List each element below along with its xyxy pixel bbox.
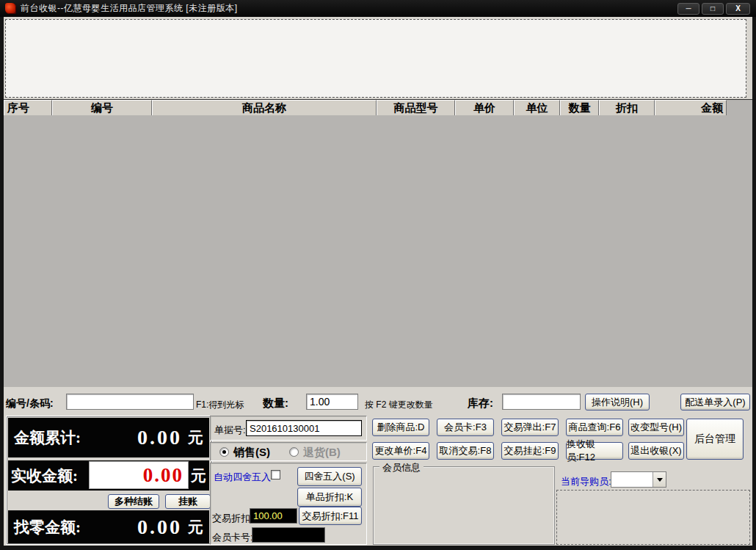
member-card-label: 会员卡号:	[212, 531, 253, 544]
delivery-entry-button[interactable]: 配送单录入(P)	[680, 394, 750, 410]
auto-round-checkbox[interactable]	[271, 470, 280, 480]
stock-label: 库存:	[468, 397, 493, 410]
change-display: 找零金额: 0.00 元	[8, 510, 209, 543]
minimize-button[interactable]: ─	[677, 3, 699, 15]
multi-settle-button[interactable]: 多种结账	[108, 494, 159, 509]
column-header-qty[interactable]: 数量	[560, 100, 599, 116]
switch-cashier-button[interactable]: 换收银员:F12	[566, 442, 623, 460]
close-button[interactable]: X	[726, 3, 750, 15]
help-button[interactable]: 操作说明(H)	[585, 394, 650, 410]
member-info-box: 会员信息	[373, 466, 555, 545]
trans-popout-button[interactable]: 交易弹出:F7	[501, 419, 559, 436]
column-header-disc[interactable]: 折扣	[599, 100, 655, 116]
main-content: 序号 编号 商品名称 商品型号 单价 单位 数量 折扣 金额 编号/条码: F1…	[4, 17, 752, 546]
received-label: 实收金额:	[11, 466, 78, 486]
item-search-button[interactable]: 商品查询:F6	[566, 419, 623, 436]
trans-discount-input[interactable]	[250, 508, 297, 524]
change-price-button[interactable]: 更改单价:F4	[372, 442, 429, 460]
column-header-price[interactable]: 单价	[455, 100, 514, 116]
received-display: 实收金额: 元	[8, 460, 209, 491]
chevron-down-icon	[657, 478, 663, 482]
refund-radio[interactable]	[289, 447, 299, 457]
guide-list-area	[556, 490, 750, 545]
suspend-trans-button[interactable]: 交易挂起:F9	[501, 442, 559, 460]
member-card-input[interactable]	[252, 527, 325, 543]
change-value: 0.00	[137, 515, 182, 539]
change-model-button[interactable]: 改变型号(H)	[628, 419, 684, 436]
sum-label: 金额累计:	[14, 427, 81, 448]
display-panel	[5, 19, 746, 98]
titlebar[interactable]: 前台收银--亿慧母婴生活用品店管理系统 [未注册版本] ─ □ X	[0, 0, 756, 17]
column-header-name[interactable]: 商品名称	[152, 100, 377, 116]
barcode-input[interactable]	[66, 394, 194, 410]
member-card-button[interactable]: 会员卡:F3	[437, 419, 494, 436]
receipt-label: 单据号:	[214, 424, 246, 437]
quantity-label: 数量:	[263, 397, 288, 410]
app-window: 前台收银--亿慧母婴生活用品店管理系统 [未注册版本] ─ □ X 序号 编号 …	[0, 0, 756, 550]
totals-panel: 金额累计: 0.00 元 实收金额: 元 多种结账 挂账 找零金额: 0.00 …	[6, 416, 213, 545]
sum-display: 金额累计: 0.00 元	[8, 418, 209, 457]
app-icon	[5, 3, 16, 14]
discount-panel: 自动四舍五入 四舍五入(S) 单品折扣:K 交易折扣: 交易折扣:F11 会员卡…	[210, 463, 367, 545]
stock-input[interactable]	[502, 394, 581, 410]
column-header-seq[interactable]: 序号	[4, 100, 52, 116]
quantity-input[interactable]	[306, 394, 358, 410]
guide-label: 当前导购员:	[561, 475, 611, 488]
trans-discount-button[interactable]: 交易折扣:F11	[299, 507, 362, 525]
change-label: 找零金额:	[14, 517, 81, 538]
cancel-trans-button[interactable]: 取消交易:F8	[437, 442, 494, 460]
change-unit: 元	[188, 517, 203, 538]
backoffice-button[interactable]: 后台管理	[686, 419, 744, 460]
window-title: 前台收银--亿慧母婴生活用品店管理系统 [未注册版本]	[21, 2, 238, 15]
round-button[interactable]: 四舍五入(S)	[297, 467, 362, 486]
mode-panel: 销售(S) 退货(B)	[210, 442, 367, 461]
barcode-label: 编号/条码:	[6, 397, 54, 410]
f1-hint: F1:得到光标	[196, 399, 244, 411]
receipt-panel: 单据号:	[210, 416, 367, 441]
maximize-button[interactable]: □	[702, 3, 724, 15]
received-input[interactable]	[89, 461, 189, 489]
receipt-input[interactable]	[246, 420, 362, 436]
guide-combobox[interactable]	[611, 471, 666, 488]
items-table-header: 序号 编号 商品名称 商品型号 单价 单位 数量 折扣 金额	[4, 99, 752, 115]
delete-item-button[interactable]: 删除商品:D	[372, 419, 429, 436]
member-info-title: 会员信息	[379, 461, 424, 474]
items-table-body[interactable]	[4, 115, 752, 387]
refund-radio-label: 退货(B)	[303, 446, 341, 460]
trans-discount-label: 交易折扣:	[212, 512, 253, 525]
guide-dropdown-button[interactable]	[653, 472, 666, 487]
sum-value: 0.00	[137, 426, 182, 449]
column-header-code[interactable]: 编号	[52, 100, 152, 116]
sale-radio[interactable]	[219, 447, 229, 457]
sale-radio-label[interactable]: 销售(S)	[233, 446, 270, 460]
column-header-unit[interactable]: 单位	[514, 100, 560, 116]
received-unit: 元	[191, 466, 206, 486]
sum-unit: 元	[188, 427, 203, 448]
auto-round-label: 自动四舍五入	[214, 471, 271, 484]
exit-cashier-button[interactable]: 退出收银(X)	[628, 442, 684, 460]
column-header-model[interactable]: 商品型号	[377, 100, 455, 116]
item-discount-button[interactable]: 单品折扣:K	[297, 488, 362, 507]
guide-combobox-field[interactable]	[611, 472, 653, 487]
f2-hint: 按 F2 键更改数量	[365, 399, 433, 411]
credit-button[interactable]: 挂账	[165, 494, 211, 509]
column-header-amount[interactable]: 金额	[655, 100, 727, 116]
